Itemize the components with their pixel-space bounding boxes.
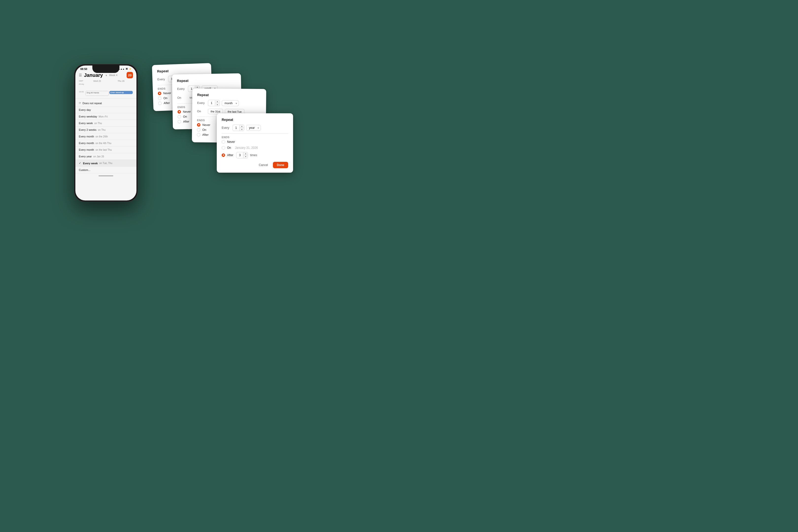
- date-badge[interactable]: 20: [127, 72, 133, 78]
- repeat-sub: on the last Thu: [96, 149, 112, 151]
- event-col-thu[interactable]: Cron stand-up: [109, 91, 133, 94]
- repeat-item-every-2-weeks[interactable]: Every 2 weeks on Thu: [75, 127, 136, 133]
- after-stepper-down-year[interactable]: ▼: [243, 155, 248, 158]
- year-stepper-value: 1: [233, 125, 240, 131]
- radio-after-year[interactable]: After 3 ▲ ▼ times: [222, 152, 288, 158]
- repeat-sub: on the 26th: [96, 135, 108, 138]
- year-stepper[interactable]: 1 ▲ ▼: [232, 125, 244, 131]
- repeat-item-custom[interactable]: Custom...: [75, 167, 136, 173]
- phone-notch: [92, 65, 119, 73]
- month-stepper-up[interactable]: ▲: [215, 100, 220, 103]
- repeat-item-every-month-4th-thu[interactable]: Every month on the 4th Thu: [75, 140, 136, 147]
- all-day-label: All-day: [79, 83, 85, 85]
- repeat-label: Does not repeat: [82, 102, 102, 105]
- radio-never-btn-month[interactable]: [197, 123, 201, 126]
- event-eng-all-hands[interactable]: Eng All Hands: [86, 91, 109, 96]
- phone-screen: 08:50 ▲▲▲ ⌘ ⚡ ☰ January ∨ Week 4 20 GMT …: [75, 65, 136, 201]
- year-stepper-up[interactable]: ▲: [240, 125, 244, 128]
- status-time: 08:50: [80, 68, 87, 71]
- radio-on-btn-week[interactable]: [177, 115, 181, 118]
- repeat-item-every-month-last-thu[interactable]: Every month on the last Thu: [75, 147, 136, 153]
- repeat-item-every-weekday[interactable]: Every weekday Mon–Fri: [75, 113, 136, 120]
- time-18-row: 18:00 Eng All Hands Cron stand-up: [75, 90, 136, 97]
- radio-on-btn[interactable]: [158, 96, 161, 100]
- after-stepper-buttons-year: ▲ ▼: [243, 152, 248, 158]
- ends-label-year: Ends: [222, 136, 288, 139]
- event-cron-standup[interactable]: Cron stand-up: [109, 91, 133, 94]
- phone-frame: 08:50 ▲▲▲ ⌘ ⚡ ☰ January ∨ Week 4 20 GMT …: [74, 64, 138, 202]
- time-18-label: 18:00: [79, 91, 85, 93]
- radio-after-label: After: [164, 101, 170, 105]
- repeat-label: Every weekday: [79, 115, 97, 118]
- event-col-wed[interactable]: Eng All Hands: [85, 91, 109, 96]
- year-stepper-buttons: ▲ ▼: [240, 125, 244, 131]
- radio-never-label: Never: [163, 91, 171, 95]
- year-unit-select[interactable]: year: [246, 125, 261, 131]
- repeat-label: Custom...: [79, 169, 90, 171]
- year-unit-value: year: [249, 126, 255, 130]
- radio-after-btn-year[interactable]: [222, 153, 225, 157]
- radio-after-label-week: After: [183, 120, 189, 123]
- repeat-label: Every week: [83, 162, 98, 165]
- repeat-label: Every month: [79, 135, 94, 138]
- radio-after-btn-week[interactable]: [177, 120, 181, 123]
- repeat-item-does-not-repeat[interactable]: ⟳ Does not repeat: [75, 100, 136, 107]
- radio-never-btn-week[interactable]: [177, 110, 181, 113]
- repeat-item-every-month-26[interactable]: Every month on the 26th: [75, 133, 136, 140]
- menu-icon[interactable]: ☰: [79, 73, 82, 77]
- dialog-week-title: Repeat: [177, 78, 236, 83]
- month-unit-select[interactable]: month: [222, 100, 239, 107]
- repeat-item-every-week-tue-thu[interactable]: ✓ Every week on Tue, Thu: [75, 160, 136, 167]
- repeat-icon: ⟳: [79, 101, 81, 105]
- every-label-month: Every: [197, 101, 206, 105]
- radio-never-btn-year[interactable]: [222, 140, 225, 144]
- repeat-label: Every week: [79, 122, 93, 125]
- month-stepper[interactable]: 1 ▲ ▼: [208, 100, 220, 106]
- repeat-item-every-year[interactable]: Every year on Jan 26: [75, 153, 136, 160]
- month-title[interactable]: January: [84, 72, 103, 78]
- divider: [75, 98, 136, 99]
- repeat-label: Every 2 weeks: [79, 128, 97, 131]
- dialog-year-actions: Cancel Done: [222, 162, 288, 168]
- year-stepper-down[interactable]: ▼: [240, 128, 244, 131]
- radio-on-label-week: On: [183, 115, 187, 118]
- radio-after-btn-month[interactable]: [197, 133, 200, 136]
- repeat-sub: on Tue, Thu: [99, 162, 112, 165]
- radio-on-label: On: [163, 96, 167, 100]
- repeat-item-every-day[interactable]: Every day: [75, 107, 136, 113]
- dialogs-stack: Repeat Every 1 ▲ ▼ day Ends: [153, 64, 325, 202]
- repeat-item-every-week[interactable]: Every week on Thu: [75, 120, 136, 127]
- every-label-week: Every: [177, 87, 186, 91]
- battery-icon: ⚡: [129, 68, 132, 70]
- radio-on-btn-month[interactable]: [197, 128, 200, 131]
- dialog-year-title: Repeat: [222, 118, 288, 122]
- repeat-sub: on Jan 26: [93, 155, 104, 158]
- radio-never-label-year: Never: [227, 140, 235, 144]
- all-day-col-wed: [85, 83, 109, 84]
- radio-on-year[interactable]: On January 31, 2026: [222, 145, 288, 151]
- dialog-month-title: Repeat: [197, 93, 261, 97]
- radio-never-year[interactable]: Never: [222, 140, 288, 144]
- on-label-week: On: [177, 96, 186, 99]
- radio-never-btn[interactable]: [158, 91, 161, 95]
- wifi-icon: ⌘: [126, 68, 128, 70]
- radio-after-label-month: After: [202, 133, 208, 136]
- every-label-year: Every: [222, 126, 230, 130]
- radio-after-btn[interactable]: [158, 101, 162, 105]
- gmt-label: GMT: [79, 80, 85, 82]
- repeat-sub: on Thu: [94, 122, 102, 125]
- done-button[interactable]: Done: [273, 162, 288, 168]
- repeat-sub: on the 4th Thu: [96, 142, 111, 145]
- radio-never-label-week: Never: [183, 110, 191, 114]
- after-stepper-up-year[interactable]: ▲: [243, 152, 248, 155]
- month-stepper-down[interactable]: ▼: [215, 103, 220, 106]
- repeat-label: Every month: [79, 141, 94, 145]
- repeat-sub: Mon–Fri: [99, 115, 108, 118]
- dialog-month-every-row: Every 1 ▲ ▼ month: [197, 100, 261, 107]
- month-unit-value: month: [224, 101, 232, 105]
- dialog-year: Repeat Every 1 ▲ ▼ year Ends: [217, 113, 293, 173]
- every-label: Every: [157, 77, 166, 81]
- radio-on-btn-year[interactable]: [222, 146, 225, 150]
- after-stepper-year[interactable]: 3 ▲ ▼: [236, 152, 248, 158]
- cancel-button[interactable]: Cancel: [256, 162, 270, 168]
